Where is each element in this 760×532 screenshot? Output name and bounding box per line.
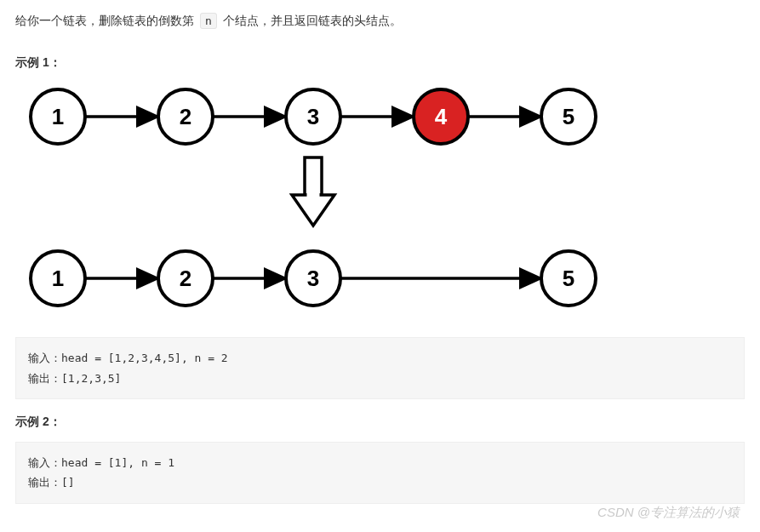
svg-text:1: 1 — [52, 266, 64, 291]
linked-list-diagram: 1 2 3 4 5 1 2 3 5 — [15, 83, 745, 332]
transform-arrow-icon — [292, 157, 334, 226]
problem-description: 给你一个链表，删除链表的倒数第 n 个结点，并且返回链表的头结点。 — [15, 10, 745, 31]
after-row: 1 2 3 5 — [31, 251, 596, 306]
svg-text:3: 3 — [307, 104, 319, 129]
svg-text:2: 2 — [180, 266, 191, 291]
example-1-title: 示例 1： — [15, 55, 745, 71]
svg-rect-14 — [307, 192, 320, 198]
example-2-title: 示例 2： — [15, 415, 745, 430]
desc-pre: 给你一个链表，删除链表的倒数第 — [15, 14, 197, 27]
svg-text:3: 3 — [307, 266, 319, 291]
before-row: 1 2 3 4 5 — [31, 89, 596, 144]
example-2-io: 输入：head = [1], n = 1 输出：[] — [15, 442, 745, 504]
svg-text:5: 5 — [563, 104, 574, 129]
var-n: n — [200, 13, 217, 29]
svg-text:4: 4 — [435, 104, 448, 129]
watermark: CSDN @专注算法的小猿 — [597, 505, 740, 521]
desc-post: 个结点，并且返回链表的头结点。 — [220, 14, 402, 27]
svg-text:2: 2 — [180, 104, 191, 129]
example-1-io: 输入：head = [1,2,3,4,5], n = 2 输出：[1,2,3,5… — [15, 337, 745, 399]
svg-text:5: 5 — [563, 266, 574, 291]
svg-text:1: 1 — [52, 104, 64, 129]
svg-rect-13 — [305, 157, 322, 195]
